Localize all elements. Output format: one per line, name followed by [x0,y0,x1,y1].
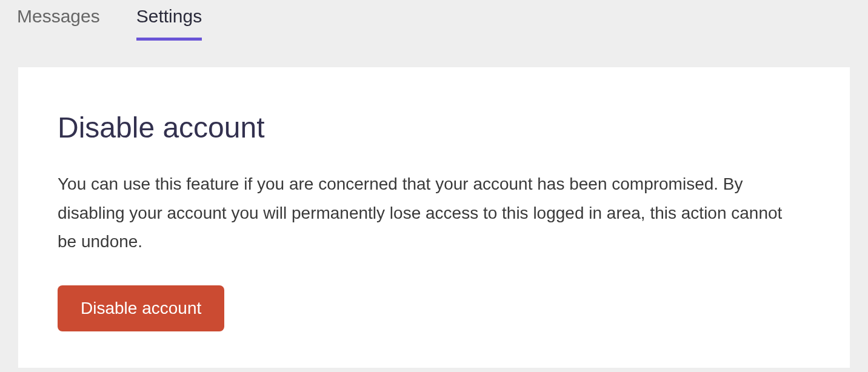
tab-bar: Messages Settings [0,0,868,41]
disable-account-button[interactable]: Disable account [58,285,224,331]
panel-title: Disable account [58,111,810,144]
tab-messages[interactable]: Messages [17,6,100,41]
disable-account-panel: Disable account You can use this feature… [18,67,850,368]
tab-settings[interactable]: Settings [136,6,202,41]
panel-description: You can use this feature if you are conc… [58,170,797,256]
